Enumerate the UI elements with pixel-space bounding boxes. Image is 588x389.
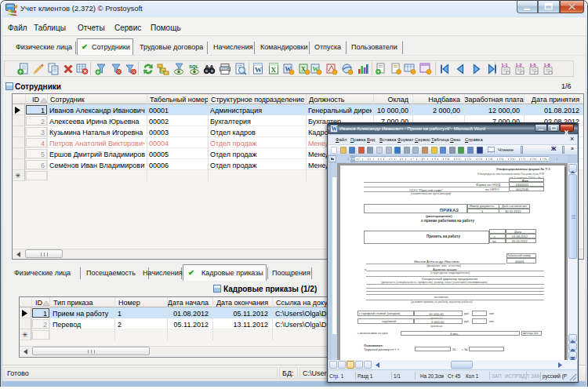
svg-text:W: W: [255, 66, 262, 74]
svg-text:1-2: 1-2: [516, 63, 522, 67]
svg-text:1-1: 1-1: [502, 63, 508, 67]
svg-text:W: W: [332, 125, 338, 133]
svg-text:X: X: [271, 66, 277, 74]
svg-text:SQL: SQL: [189, 64, 199, 69]
svg-text:1-5: 1-5: [530, 63, 536, 67]
svg-text:1-8: 1-8: [544, 63, 550, 67]
